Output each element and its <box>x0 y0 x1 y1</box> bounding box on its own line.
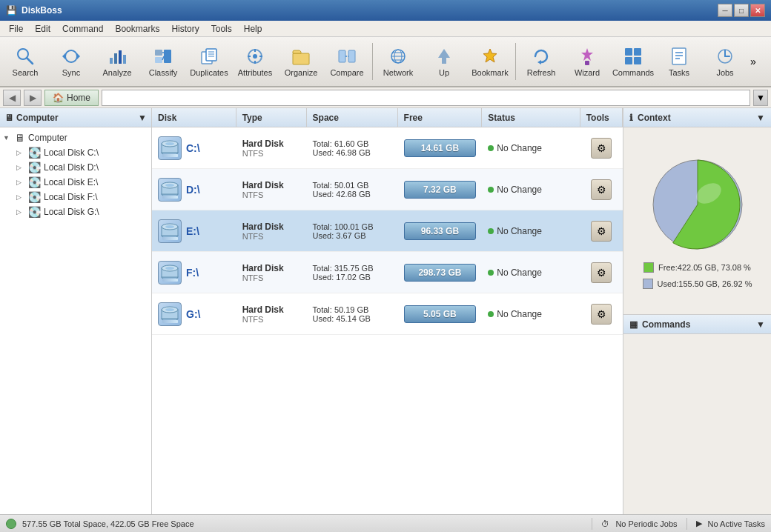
toolbar-btn-attributes[interactable]: Attributes <box>233 39 277 84</box>
cell-free-0[interactable]: 14.61 GB <box>398 136 483 160</box>
maximize-button[interactable]: □ <box>734 4 749 17</box>
cell-status-4: No Change <box>482 306 580 322</box>
svg-line-1 <box>27 58 33 64</box>
toolbar-btn-refresh[interactable]: Refresh <box>519 39 563 84</box>
app-icon: 💾 <box>6 5 17 16</box>
legend-used-text: Used:155.50 GB, 26.92 % <box>658 279 752 288</box>
svg-rect-4 <box>110 58 113 64</box>
sidebar: 🖥 Computer ▼ ▼ 🖥 Computer ▷💽Local Disk C… <box>0 108 152 514</box>
sidebar-dropdown[interactable]: ▼ <box>138 113 147 123</box>
svg-rect-42 <box>634 57 641 64</box>
menu-item-bookmarks[interactable]: Bookmarks <box>109 22 165 36</box>
svg-point-19 <box>253 54 257 59</box>
back-button[interactable]: ◀ <box>3 90 21 106</box>
sidebar-item-g[interactable]: ▷💽Local Disk G:\ <box>12 205 151 219</box>
close-button[interactable]: ✕ <box>750 4 765 17</box>
col-disk-header[interactable]: Disk <box>152 108 236 127</box>
tools-btn-1[interactable]: ⚙ <box>591 179 612 200</box>
toolbar-btn-organize[interactable]: Organize <box>279 39 323 84</box>
col-tools-header[interactable]: Tools <box>580 108 623 127</box>
space-used-2: Used: 3.67 GB <box>313 231 392 240</box>
toolbar-btn-jobs[interactable]: Jobs <box>703 39 747 84</box>
content-area: Disk Type Space Free Status Tools C:\ Ha… <box>152 108 623 514</box>
context-title: Context <box>638 113 671 123</box>
content-header: Disk Type Space Free Status Tools <box>152 108 623 127</box>
sidebar-item-c[interactable]: ▷💽Local Disk C:\ <box>12 145 151 160</box>
toolbar-btn-wizard[interactable]: Wizard <box>565 39 609 84</box>
toolbar-btn-search[interactable]: Search <box>3 39 47 84</box>
status-dot-4 <box>488 311 494 317</box>
toolbar-btn-commands[interactable]: Commands <box>611 39 655 84</box>
menu-item-help[interactable]: Help <box>238 22 268 36</box>
disk-row-d[interactable]: D:\ Hard Disk NTFS Total: 50.01 GB Used:… <box>152 169 623 210</box>
tools-btn-3[interactable]: ⚙ <box>591 262 612 283</box>
tools-btn-4[interactable]: ⚙ <box>591 304 612 325</box>
nav-dropdown[interactable]: ▼ <box>753 90 768 106</box>
svg-rect-7 <box>123 55 126 64</box>
commands-label: Commands <box>612 68 654 77</box>
free-btn-3[interactable]: 298.73 GB <box>404 264 477 282</box>
sidebar-item-e[interactable]: ▷💽Local Disk E:\ <box>12 175 151 190</box>
tree-item-computer[interactable]: ▼ 🖥 Computer <box>0 130 151 145</box>
free-btn-2[interactable]: 96.33 GB <box>404 222 477 240</box>
free-btn-4[interactable]: 5.05 GB <box>404 305 477 323</box>
col-space-header[interactable]: Space <box>307 108 398 127</box>
toolbar-btn-duplicates[interactable]: Duplicates <box>187 39 231 84</box>
home-button[interactable]: 🏠 Home <box>44 90 99 106</box>
menu-item-tools[interactable]: Tools <box>205 22 238 36</box>
home-icon: 🏠 <box>53 93 64 103</box>
disk-row-g[interactable]: G:\ Hard Disk NTFS Total: 50.19 GB Used:… <box>152 293 623 335</box>
disk-row-c[interactable]: C:\ Hard Disk NTFS Total: 61.60 GB Used:… <box>152 127 623 169</box>
svg-point-65 <box>165 267 174 270</box>
cell-status-3: No Change <box>482 265 580 281</box>
disk-row-e[interactable]: E:\ Hard Disk NTFS Total: 100.01 GB Used… <box>152 210 623 252</box>
toolbar-btn-sync[interactable]: Sync <box>49 39 93 84</box>
search-icon <box>15 46 36 67</box>
computer-icon: 🖥 <box>4 113 13 123</box>
toolbar-btn-analyze[interactable]: Analyze <box>95 39 139 84</box>
forward-button[interactable]: ▶ <box>24 90 42 106</box>
bookmark-label: Bookmark <box>471 68 509 77</box>
free-btn-0[interactable]: 14.61 GB <box>404 139 477 157</box>
free-btn-1[interactable]: 7.32 GB <box>404 181 477 199</box>
type-fs-3: NTFS <box>242 273 301 282</box>
disk-row-f[interactable]: F:\ Hard Disk NTFS Total: 315.75 GB Used… <box>152 252 623 293</box>
cell-type-4: Hard Disk NTFS <box>236 302 307 327</box>
menu-item-edit[interactable]: Edit <box>29 22 56 36</box>
toolbar-btn-bookmark[interactable]: Bookmark <box>468 39 512 84</box>
cell-free-3[interactable]: 298.73 GB <box>398 261 483 285</box>
sidebar-item-f[interactable]: ▷💽Local Disk F:\ <box>12 190 151 205</box>
menu-item-file[interactable]: File <box>3 22 29 36</box>
toolbar-more[interactable]: » <box>749 54 758 69</box>
toolbar-btn-compare[interactable]: Compare <box>325 39 369 84</box>
address-bar[interactable] <box>102 90 750 106</box>
cell-free-2[interactable]: 96.33 GB <box>398 219 483 243</box>
col-free-header[interactable]: Free <box>398 108 483 127</box>
svg-marker-35 <box>483 49 497 62</box>
menu-item-command[interactable]: Command <box>56 22 109 36</box>
space-used-3: Used: 17.02 GB <box>313 273 392 282</box>
cell-free-1[interactable]: 7.32 GB <box>398 178 483 202</box>
cell-free-4[interactable]: 5.05 GB <box>398 302 483 326</box>
cell-type-1: Hard Disk NTFS <box>236 177 307 202</box>
tools-btn-2[interactable]: ⚙ <box>591 221 612 242</box>
toolbar-btn-up[interactable]: Up <box>422 39 466 84</box>
toolbar-sep-8 <box>372 43 373 80</box>
context-dropdown[interactable]: ▼ <box>756 113 765 123</box>
commands-dropdown[interactable]: ▼ <box>756 319 765 330</box>
sidebar-item-d[interactable]: ▷💽Local Disk D:\ <box>12 160 151 175</box>
toolbar-btn-tasks[interactable]: Tasks <box>657 39 701 84</box>
minimize-button[interactable]: ─ <box>718 4 732 17</box>
tools-btn-0[interactable]: ⚙ <box>591 138 612 159</box>
svg-rect-10 <box>164 50 171 63</box>
menu-item-history[interactable]: History <box>165 22 205 36</box>
toolbar-btn-classify[interactable]: Classify <box>141 39 185 84</box>
navbar: ◀ ▶ 🏠 Home ▼ <box>0 87 771 108</box>
expand-icon: ▼ <box>3 134 12 142</box>
disk-image-3 <box>158 261 182 285</box>
legend-used-color <box>643 279 653 289</box>
classify-icon <box>153 46 173 67</box>
toolbar-btn-network[interactable]: Network <box>376 39 420 84</box>
col-type-header[interactable]: Type <box>236 108 307 127</box>
col-status-header[interactable]: Status <box>482 108 580 127</box>
